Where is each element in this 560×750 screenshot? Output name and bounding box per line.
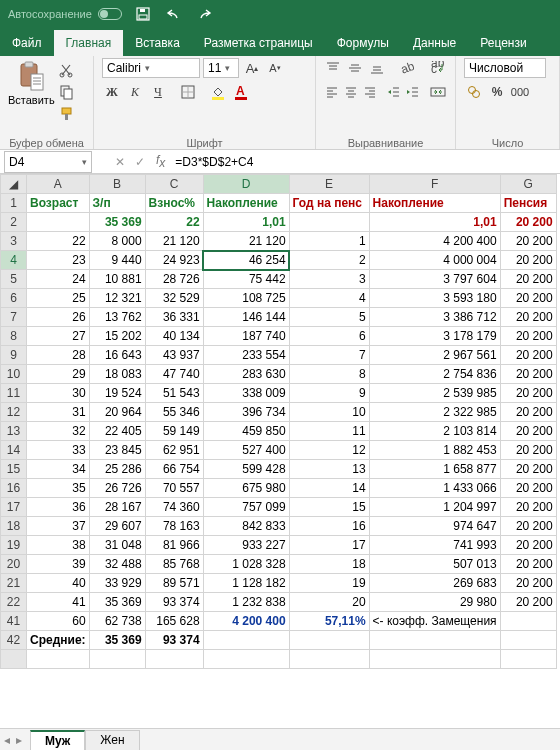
cell[interactable]: 35 369 <box>89 593 145 612</box>
cell[interactable]: 31 048 <box>89 536 145 555</box>
row-header[interactable]: 11 <box>1 384 27 403</box>
cell[interactable]: 8 000 <box>89 232 145 251</box>
row-header[interactable] <box>1 650 27 669</box>
cell[interactable]: 39 <box>27 555 90 574</box>
cell[interactable]: 20 200 <box>500 289 556 308</box>
cell[interactable]: 89 571 <box>145 574 203 593</box>
align-bottom-icon[interactable] <box>368 58 387 78</box>
cell[interactable]: 12 321 <box>89 289 145 308</box>
cell[interactable]: 19 <box>289 574 369 593</box>
format-painter-icon[interactable] <box>59 106 75 122</box>
cell[interactable]: 7 <box>289 346 369 365</box>
cell[interactable]: 1 <box>289 232 369 251</box>
cell[interactable]: 24 923 <box>145 251 203 270</box>
redo-icon[interactable] <box>198 7 214 21</box>
cell[interactable] <box>27 650 90 669</box>
tab-рецензи[interactable]: Рецензи <box>468 30 538 56</box>
cut-icon[interactable] <box>59 62 75 78</box>
cell[interactable]: 675 980 <box>203 479 289 498</box>
cell[interactable]: 20 200 <box>500 251 556 270</box>
cell[interactable]: 55 346 <box>145 403 203 422</box>
merge-center-icon[interactable] <box>429 82 447 102</box>
cell[interactable]: 1 882 453 <box>369 441 500 460</box>
italic-button[interactable]: К <box>125 82 145 102</box>
cell[interactable]: 2 967 561 <box>369 346 500 365</box>
cell[interactable] <box>500 612 556 631</box>
cell[interactable]: 37 <box>27 517 90 536</box>
cell[interactable]: 10 881 <box>89 270 145 289</box>
orientation-icon[interactable]: ab <box>398 58 417 78</box>
row-header[interactable]: 4 <box>1 251 27 270</box>
cell[interactable]: 187 740 <box>203 327 289 346</box>
cell[interactable]: 23 845 <box>89 441 145 460</box>
cell[interactable]: Год на пенс <box>289 194 369 213</box>
cell[interactable]: 2 539 985 <box>369 384 500 403</box>
cell[interactable]: 16 643 <box>89 346 145 365</box>
cell[interactable]: 283 630 <box>203 365 289 384</box>
align-left-icon[interactable] <box>324 82 340 102</box>
cell[interactable]: 20 200 <box>500 232 556 251</box>
cell[interactable]: 47 740 <box>145 365 203 384</box>
cell[interactable]: 20 200 <box>500 384 556 403</box>
row-header[interactable]: 15 <box>1 460 27 479</box>
col-header-E[interactable]: E <box>289 175 369 194</box>
cell[interactable]: 74 360 <box>145 498 203 517</box>
cell[interactable]: 18 083 <box>89 365 145 384</box>
cell[interactable]: 81 966 <box>145 536 203 555</box>
row-header[interactable]: 9 <box>1 346 27 365</box>
cell[interactable]: 4 <box>289 289 369 308</box>
row-header[interactable]: 22 <box>1 593 27 612</box>
cell[interactable]: 30 <box>27 384 90 403</box>
cell[interactable]: 4 200 400 <box>369 232 500 251</box>
cell[interactable]: 4 200 400 <box>203 612 289 631</box>
cell[interactable]: 40 134 <box>145 327 203 346</box>
cell[interactable]: 32 <box>27 422 90 441</box>
cell[interactable]: 1 433 066 <box>369 479 500 498</box>
number-format-dropdown[interactable]: Числовой <box>464 58 546 78</box>
cell[interactable]: 842 833 <box>203 517 289 536</box>
font-name-dropdown[interactable]: Calibri▾ <box>102 58 200 78</box>
cell[interactable] <box>203 631 289 650</box>
prev-sheet-icon[interactable]: ◂ <box>4 733 10 747</box>
row-header[interactable]: 1 <box>1 194 27 213</box>
cell[interactable]: 35 369 <box>89 631 145 650</box>
cell[interactable]: 12 <box>289 441 369 460</box>
cell[interactable]: 93 374 <box>145 593 203 612</box>
cell[interactable]: 1 658 877 <box>369 460 500 479</box>
row-header[interactable]: 17 <box>1 498 27 517</box>
cell[interactable] <box>203 650 289 669</box>
align-center-icon[interactable] <box>343 82 359 102</box>
cell[interactable]: 15 <box>289 498 369 517</box>
cell[interactable] <box>89 650 145 669</box>
undo-icon[interactable] <box>166 7 182 21</box>
cell[interactable]: 20 200 <box>500 422 556 441</box>
underline-button[interactable]: Ч <box>148 82 168 102</box>
row-header[interactable]: 10 <box>1 365 27 384</box>
cell[interactable]: 21 120 <box>145 232 203 251</box>
align-top-icon[interactable] <box>324 58 343 78</box>
cell[interactable]: 29 <box>27 365 90 384</box>
cell[interactable]: 20 200 <box>500 270 556 289</box>
cell[interactable] <box>27 213 90 232</box>
cell[interactable]: Пенсия <box>500 194 556 213</box>
col-header-C[interactable]: C <box>145 175 203 194</box>
cell[interactable]: 20 200 <box>500 441 556 460</box>
cell[interactable]: 32 529 <box>145 289 203 308</box>
cell[interactable]: 2 <box>289 251 369 270</box>
row-header[interactable]: 42 <box>1 631 27 650</box>
cell[interactable]: 18 <box>289 555 369 574</box>
paste-button[interactable]: Вставить <box>8 60 55 106</box>
cell[interactable]: 3 593 180 <box>369 289 500 308</box>
row-header[interactable]: 7 <box>1 308 27 327</box>
tab-вставка[interactable]: Вставка <box>123 30 192 56</box>
cell[interactable]: 741 993 <box>369 536 500 555</box>
cell[interactable]: З/п <box>89 194 145 213</box>
fill-color-icon[interactable] <box>208 82 228 102</box>
cell[interactable] <box>369 650 500 669</box>
row-header[interactable]: 14 <box>1 441 27 460</box>
cell[interactable]: 20 200 <box>500 593 556 612</box>
save-icon[interactable] <box>136 7 150 21</box>
row-header[interactable]: 2 <box>1 213 27 232</box>
cell[interactable]: 6 <box>289 327 369 346</box>
cell[interactable]: 93 374 <box>145 631 203 650</box>
